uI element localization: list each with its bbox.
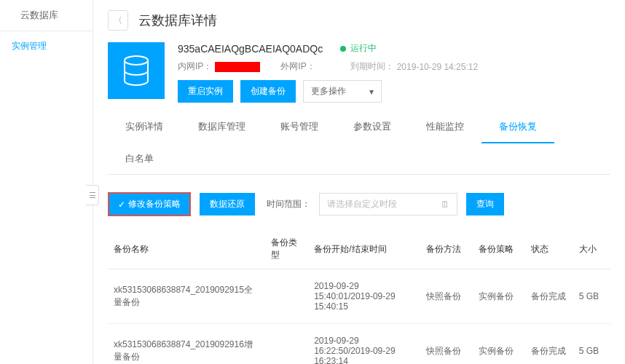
th-method: 备份方法 — [420, 229, 473, 269]
tab-account-mgmt[interactable]: 账号管理 — [263, 111, 336, 143]
status-text: 运行中 — [350, 42, 377, 55]
calendar-icon: 🗓 — [441, 199, 449, 210]
cell-time: 2019-09-29 15:40:01/2019-09-29 15:40:15 — [308, 269, 420, 324]
cell-type — [265, 324, 309, 365]
restore-data-button[interactable]: 数据还原 — [200, 193, 255, 215]
inner-ip-label: 内网IP： — [178, 60, 212, 73]
tab-db-mgmt[interactable]: 数据库管理 — [181, 111, 263, 143]
restart-button[interactable]: 重启实例 — [178, 80, 233, 103]
back-button[interactable]: 〈 — [108, 10, 128, 31]
th-status: 状态 — [525, 229, 573, 269]
sidebar-item-instance-mgmt[interactable]: 实例管理 — [0, 31, 93, 61]
cell-size: 5 GB — [573, 269, 610, 324]
sidebar: 云数据库 实例管理 — [0, 0, 93, 364]
table-row: xk53153068638874_2019092916增量备份 2019-09-… — [108, 324, 610, 365]
chevron-down-icon: ▾ — [369, 87, 374, 97]
query-button[interactable]: 查询 — [466, 193, 504, 215]
th-time: 备份开始/结束时间 — [308, 229, 420, 269]
status-dot-icon — [340, 46, 346, 52]
check-icon: ✓ — [118, 199, 125, 210]
inner-ip-value — [215, 62, 260, 72]
main-content: 〈 云数据库详情 935aCAEIAQgBCAEIAQ0ADQc 运行中 — [93, 0, 625, 364]
expire-label: 到期时间： — [350, 60, 394, 73]
cell-type — [265, 269, 309, 324]
cell-name: xk53153068638874_2019092916增量备份 — [108, 324, 265, 365]
create-backup-button[interactable]: 创建备份 — [240, 80, 296, 103]
cell-method: 快照备份 — [420, 324, 473, 365]
more-ops-label: 更多操作 — [311, 85, 346, 98]
tab-whitelist[interactable]: 白名单 — [108, 143, 188, 174]
svg-point-0 — [125, 56, 148, 65]
tab-param-setting[interactable]: 参数设置 — [336, 111, 409, 143]
cell-status: 备份完成 — [525, 324, 573, 365]
cell-size: 5 GB — [573, 324, 610, 365]
tab-perf-monitor[interactable]: 性能监控 — [409, 111, 481, 143]
more-operations-select[interactable]: 更多操作 ▾ — [303, 80, 382, 103]
tab-backup-restore[interactable]: 备份恢复 — [481, 111, 554, 143]
th-type: 备份类型 — [265, 229, 309, 269]
th-name: 备份名称 — [108, 229, 265, 269]
th-strategy: 备份策略 — [473, 229, 525, 269]
cell-status: 备份完成 — [525, 269, 573, 324]
cell-time: 2019-09-29 16:22:50/2019-09-29 16:23:14 — [308, 324, 420, 365]
cell-method: 快照备份 — [420, 269, 473, 324]
table-row: xk53153068638874_2019092915全量备份 2019-09-… — [108, 269, 610, 324]
sidebar-title: 云数据库 — [0, 0, 93, 31]
cell-strategy: 实例备份 — [473, 269, 525, 324]
outer-ip-label: 外网IP： — [280, 60, 315, 73]
time-range-input[interactable]: 请选择自定义时段 🗓 — [319, 193, 457, 215]
backup-table: 备份名称 备份类型 备份开始/结束时间 备份方法 备份策略 状态 大小 xk53… — [108, 229, 610, 364]
th-size: 大小 — [573, 229, 610, 269]
time-range-label: 时间范围： — [267, 198, 310, 210]
modify-strategy-label: 修改备份策略 — [128, 198, 181, 210]
expire-value: 2019-10-29 14:25:12 — [397, 62, 478, 72]
time-placeholder: 请选择自定义时段 — [327, 198, 397, 210]
tabs: 实例详情 数据库管理 账号管理 参数设置 性能监控 备份恢复 白名单 — [108, 111, 610, 175]
instance-id: 935aCAEIAQgBCAEIAQ0ADQc — [178, 43, 323, 55]
modify-backup-strategy-button[interactable]: ✓ 修改备份策略 — [108, 192, 191, 216]
cell-strategy: 实例备份 — [473, 324, 525, 365]
page-title: 云数据库详情 — [138, 12, 217, 29]
tab-instance-detail[interactable]: 实例详情 — [108, 111, 181, 143]
chevron-left-icon: 〈 — [114, 15, 122, 27]
database-icon — [108, 42, 165, 99]
cell-name: xk53153068638874_2019092915全量备份 — [108, 269, 265, 324]
